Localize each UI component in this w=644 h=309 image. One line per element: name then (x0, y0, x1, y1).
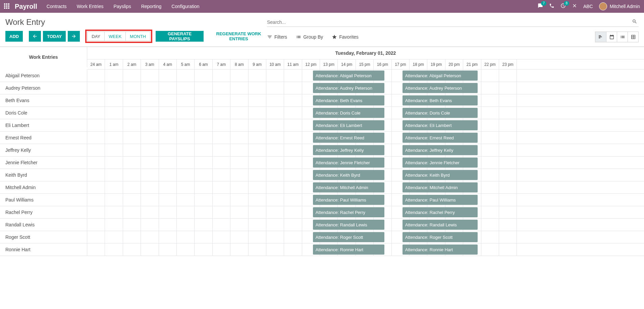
timeline[interactable]: Attendance: Mitchell AdminAttendance: Mi… (87, 181, 644, 193)
today-button[interactable]: TODAY (43, 31, 66, 42)
work-entry-bar[interactable]: Attendance: Rachel Perry (313, 207, 385, 217)
employee-name: Jeffrey Kelly (0, 144, 87, 156)
work-entry-bar[interactable]: Attendance: Doris Cole (313, 108, 385, 118)
work-entry-bar[interactable]: Attendance: Abigail Peterson (402, 71, 478, 81)
week-button[interactable]: WEEK (105, 32, 126, 41)
month-button[interactable]: MONTH (126, 32, 150, 41)
work-entry-bar[interactable]: Attendance: Keith Byrd (402, 170, 478, 180)
gantt-row: Keith ByrdAttendance: Keith ByrdAttendan… (0, 169, 644, 181)
work-entry-bar[interactable]: Attendance: Rachel Perry (402, 207, 478, 217)
work-entry-bar[interactable]: Attendance: Roger Scott (402, 232, 478, 242)
gantt-date-header: Tuesday, February 01, 2022 (87, 47, 644, 59)
search-input[interactable] (267, 19, 631, 25)
gantt-header: Work Entries Tuesday, February 01, 2022 … (0, 47, 644, 70)
employee-name: Roger Scott (0, 231, 87, 243)
user-name: Mitchell Admin (610, 4, 640, 9)
timeline[interactable]: Attendance: Ernest ReedAttendance: Ernes… (87, 132, 644, 144)
work-entry-bar[interactable]: Attendance: Paul Williams (313, 195, 385, 205)
nav-configuration[interactable]: Configuration (171, 4, 199, 9)
work-entry-bar[interactable]: Attendance: Audrey Peterson (402, 83, 478, 93)
timeline[interactable]: Attendance: Audrey PetersonAttendance: A… (87, 82, 644, 94)
gantt-view: Work Entries Tuesday, February 01, 2022 … (0, 47, 644, 309)
dismiss-icon[interactable] (572, 3, 577, 10)
employee-name: Keith Byrd (0, 169, 87, 181)
activity-icon[interactable]: 8 (560, 3, 566, 10)
timeline[interactable]: Attendance: Beth EvansAttendance: Beth E… (87, 94, 644, 106)
search-icon[interactable] (631, 19, 639, 25)
hour-col: 21 pm (463, 59, 481, 69)
hour-col: 13 pm (320, 59, 338, 69)
nav-reporting[interactable]: Reporting (141, 4, 162, 9)
timeline[interactable]: Attendance: Doris ColeAttendance: Doris … (87, 107, 644, 119)
work-entry-bar[interactable]: Attendance: Randall Lewis (313, 220, 385, 230)
apps-icon[interactable] (4, 3, 10, 9)
employee-name: Jennie Fletcher (0, 157, 87, 169)
work-entry-bar[interactable]: Attendance: Doris Cole (402, 108, 478, 118)
work-entry-bar[interactable]: Attendance: Eli Lambert (402, 120, 478, 130)
nav-work-entries[interactable]: Work Entries (77, 4, 104, 9)
work-entry-bar[interactable]: Attendance: Roger Scott (313, 232, 385, 242)
work-entry-bar[interactable]: Attendance: Ernest Reed (313, 133, 385, 143)
work-entry-bar[interactable]: Attendance: Jeffrey Kelly (313, 145, 385, 155)
work-entry-bar[interactable]: Attendance: Audrey Peterson (313, 83, 385, 93)
gantt-row: Jennie FletcherAttendance: Jennie Fletch… (0, 157, 644, 169)
timeline[interactable]: Attendance: Abigail PetersonAttendance: … (87, 70, 644, 82)
calendar-view-button[interactable] (606, 32, 617, 42)
svg-rect-1 (599, 37, 602, 37)
work-entry-bar[interactable]: Attendance: Paul Williams (402, 195, 478, 205)
company-name[interactable]: ABC (583, 4, 593, 9)
hour-col: 12 pm (302, 59, 320, 69)
timeline[interactable]: Attendance: Ronnie HartAttendance: Ronni… (87, 244, 644, 256)
activity-badge: 8 (564, 1, 569, 6)
timeline[interactable]: Attendance: Eli LambertAttendance: Eli L… (87, 119, 644, 131)
nav-payslips[interactable]: Payslips (114, 4, 131, 9)
view-switch (595, 32, 639, 42)
work-entry-bar[interactable]: Attendance: Mitchell Admin (313, 182, 385, 192)
work-entry-bar[interactable]: Attendance: Ernest Reed (402, 133, 478, 143)
work-entry-bar[interactable]: Attendance: Randall Lewis (402, 220, 478, 230)
timeline[interactable]: Attendance: Jennie FletcherAttendance: J… (87, 157, 644, 169)
work-entry-bar[interactable]: Attendance: Keith Byrd (313, 170, 385, 180)
nav-contracts[interactable]: Contracts (47, 4, 67, 9)
work-entry-bar[interactable]: Attendance: Jeffrey Kelly (402, 145, 478, 155)
user-menu[interactable]: Mitchell Admin (599, 2, 640, 10)
groupby-dropdown[interactable]: Group By (296, 34, 323, 40)
hour-col: 16 pm (374, 59, 391, 69)
timeline[interactable]: Attendance: Keith ByrdAttendance: Keith … (87, 169, 644, 181)
timeline[interactable]: Attendance: Paul WilliamsAttendance: Pau… (87, 194, 644, 206)
work-entry-bar[interactable]: Attendance: Beth Evans (402, 95, 478, 105)
work-entry-bar[interactable]: Attendance: Jennie Fletcher (313, 158, 385, 168)
gantt-view-button[interactable] (595, 32, 606, 42)
avatar (599, 2, 607, 10)
messages-badge: 7 (541, 1, 546, 6)
day-button[interactable]: DAY (87, 32, 105, 41)
timeline[interactable]: Attendance: Roger ScottAttendance: Roger… (87, 231, 644, 243)
list-view-button[interactable] (617, 32, 628, 42)
next-button[interactable] (68, 31, 80, 42)
work-entry-bar[interactable]: Attendance: Mitchell Admin (402, 182, 478, 192)
filters-dropdown[interactable]: Filters (267, 34, 287, 40)
gantt-row: Eli LambertAttendance: Eli LambertAttend… (0, 119, 644, 132)
favorites-dropdown[interactable]: Favorites (332, 34, 359, 40)
work-entry-bar[interactable]: Attendance: Eli Lambert (313, 120, 385, 130)
employee-name: Abigail Peterson (0, 70, 87, 82)
phone-icon[interactable] (549, 3, 554, 10)
hour-col: 9 am (249, 59, 266, 69)
work-entry-bar[interactable]: Attendance: Beth Evans (313, 95, 385, 105)
prev-button[interactable] (29, 31, 41, 42)
range-switch-highlight: DAY WEEK MONTH (85, 30, 152, 43)
nav-right: 7 8 ABC Mitchell Admin (538, 2, 640, 10)
work-entry-bar[interactable]: Attendance: Ronnie Hart (402, 245, 478, 255)
hour-col: 5 am (177, 59, 195, 69)
messages-icon[interactable]: 7 (538, 3, 543, 10)
work-entry-bar[interactable]: Attendance: Ronnie Hart (313, 245, 385, 255)
pivot-view-button[interactable] (628, 32, 638, 42)
work-entry-bar[interactable]: Attendance: Jennie Fletcher (402, 158, 478, 168)
add-button[interactable]: ADD (5, 31, 23, 42)
timeline[interactable]: Attendance: Rachel PerryAttendance: Rach… (87, 206, 644, 218)
work-entry-bar[interactable]: Attendance: Abigail Peterson (313, 71, 385, 81)
timeline[interactable]: Attendance: Randall LewisAttendance: Ran… (87, 219, 644, 231)
generate-payslips-button[interactable]: GENERATE PAYSLIPS (156, 31, 204, 42)
regenerate-button[interactable]: REGENERATE WORK ENTRIES (210, 31, 267, 41)
timeline[interactable]: Attendance: Jeffrey KellyAttendance: Jef… (87, 144, 644, 156)
